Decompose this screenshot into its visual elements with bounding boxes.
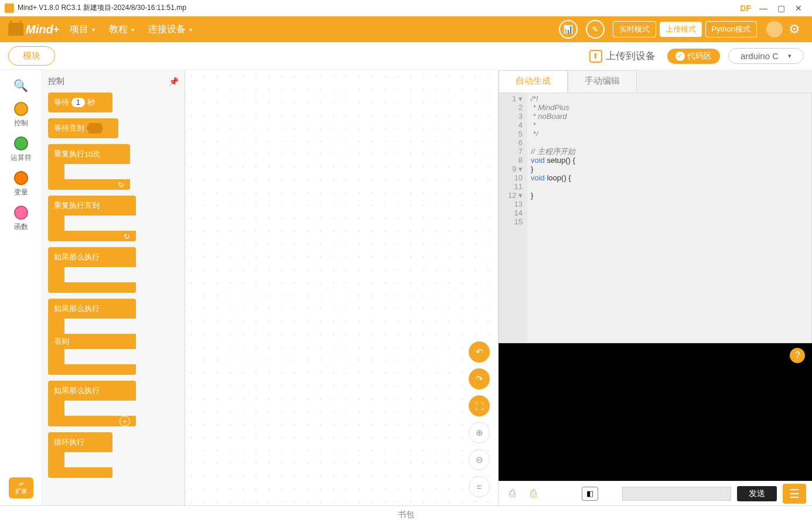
upload-icon: ⬆	[589, 50, 602, 63]
block-wait[interactable]: 等待1秒	[48, 93, 112, 112]
tab-auto-generate[interactable]: 自动生成	[499, 70, 568, 93]
edit-icon[interactable]: ✎	[586, 20, 605, 39]
console[interactable]: ?	[499, 343, 812, 481]
block-if[interactable]: 如果那么执行	[48, 247, 136, 293]
block-wait-until[interactable]: 等待直到	[48, 118, 118, 138]
category-control[interactable]: 控制	[14, 102, 28, 128]
block-if-else[interactable]: 如果那么执行 否则	[48, 299, 136, 375]
robot-icon	[8, 23, 23, 36]
usb-icon[interactable]: ⎙	[504, 487, 520, 500]
chevron-down-icon: ▾	[92, 26, 95, 33]
serial-input[interactable]	[622, 487, 731, 501]
window-title: Mind+ V1.8.0 RC3.1 新建项目-2024/8/30-16:11:…	[18, 3, 186, 13]
backpack-footer[interactable]: 书包	[0, 505, 812, 523]
canvas-controls: ↶ ↷ ⛶ ⊕ ⊖ =	[469, 341, 490, 497]
erase-icon[interactable]: ◧	[582, 487, 598, 501]
code-column: 自动生成 手动编辑 1 ▾23456789 ▾101112 ▾131415 /*…	[498, 70, 812, 505]
send-button[interactable]: 发送	[737, 486, 777, 501]
chart-icon[interactable]: 📊	[559, 20, 578, 39]
redo-button[interactable]: ↷	[469, 368, 490, 389]
menu-tutorial[interactable]: 教程▾	[109, 23, 134, 36]
canvas[interactable]: ↶ ↷ ⛶ ⊕ ⊖ =	[185, 70, 498, 505]
check-icon: ✓	[675, 52, 685, 61]
menu-icon[interactable]: ☰	[783, 484, 806, 504]
help-icon[interactable]: ?	[790, 348, 805, 363]
code-editor[interactable]: 1 ▾23456789 ▾101112 ▾131415 /*! * MindPl…	[499, 93, 812, 343]
menu-project[interactable]: 项目▾	[70, 23, 95, 36]
upload-to-device-button[interactable]: ⬆ 上传到设备	[589, 49, 656, 63]
close-button[interactable]: ✕	[790, 4, 807, 13]
mode-python[interactable]: Python模式	[705, 21, 757, 37]
plus-icon[interactable]: +	[120, 416, 130, 426]
block-repeat[interactable]: 重复执行10次 ↻	[48, 144, 130, 190]
avatar-icon[interactable]	[766, 21, 783, 37]
category-function[interactable]: 函数	[14, 206, 28, 232]
category-variable[interactable]: 变量	[14, 171, 28, 197]
language-select[interactable]: arduino C▾	[728, 48, 804, 64]
serial-bar: ⎙ ⎙ ◧ 发送 ☰	[499, 481, 812, 505]
usb-connected-icon[interactable]: ⎙	[526, 487, 541, 500]
crop-button[interactable]: ⛶	[469, 395, 490, 416]
menu-connect[interactable]: 连接设备▾	[148, 23, 192, 36]
title-bar: Mind+ V1.8.0 RC3.1 新建项目-2024/8/30-16:11:…	[0, 0, 812, 16]
zoom-out-button[interactable]: ⊖	[469, 449, 490, 470]
category-operator[interactable]: 运算符	[11, 136, 32, 163]
category-column: 🔍 控制 运算符 变量 函数 ⇄扩展	[0, 70, 42, 505]
extension-button[interactable]: ⇄扩展	[9, 477, 33, 498]
code-area-toggle[interactable]: ✓ 代码区	[667, 49, 720, 64]
logo-plus: +	[53, 23, 60, 36]
zoom-in-button[interactable]: ⊕	[469, 422, 490, 443]
code-tabs: 自动生成 手动编辑	[499, 70, 812, 93]
mode-upload[interactable]: 上传模式	[660, 22, 702, 37]
block-repeat-until[interactable]: 重复执行直到 ↻	[48, 196, 136, 241]
center-button[interactable]: =	[469, 476, 490, 497]
undo-button[interactable]: ↶	[469, 341, 490, 363]
maximize-button[interactable]: ▢	[772, 4, 790, 13]
block-palette: 控制 📌 等待1秒 等待直到 重复执行10次 ↻ 重复执行直到 ↻ 如果那么执行…	[42, 70, 185, 505]
logo: Mind +	[8, 23, 59, 36]
tab-manual-edit[interactable]: 手动编辑	[568, 70, 637, 93]
code-content: /*! * MindPlus * noBoard * */ // 主程序开始 v…	[527, 93, 811, 343]
gear-icon[interactable]: ⚙	[789, 22, 804, 37]
menu-bar: Mind + 项目▾ 教程▾ 连接设备▾ 📊 ✎ 实时模式 上传模式 Pytho…	[0, 16, 812, 42]
tab-module[interactable]: 模块	[8, 46, 55, 66]
workspace: 🔍 控制 运算符 变量 函数 ⇄扩展 控制 📌 等待1秒 等待直到 重复执行10…	[0, 70, 812, 505]
block-if-plus[interactable]: 如果那么执行 +	[48, 381, 136, 426]
chevron-down-icon: ▾	[131, 26, 134, 33]
logo-text: Mind	[26, 23, 53, 36]
app-icon	[5, 4, 14, 13]
pin-icon[interactable]: 📌	[169, 77, 179, 86]
toolbar: 模块 ⬆ 上传到设备 ✓ 代码区 arduino C▾	[0, 42, 812, 70]
line-gutter: 1 ▾23456789 ▾101112 ▾131415	[499, 93, 527, 343]
minimize-button[interactable]: —	[755, 4, 772, 13]
mode-realtime[interactable]: 实时模式	[613, 21, 656, 37]
brand-df: DF	[740, 4, 751, 13]
chevron-down-icon: ▾	[189, 26, 192, 33]
palette-header: 控制 📌	[48, 76, 179, 87]
search-icon[interactable]: 🔍	[13, 77, 29, 94]
chevron-down-icon: ▾	[788, 52, 791, 60]
block-forever[interactable]: 循环执行	[48, 432, 112, 478]
